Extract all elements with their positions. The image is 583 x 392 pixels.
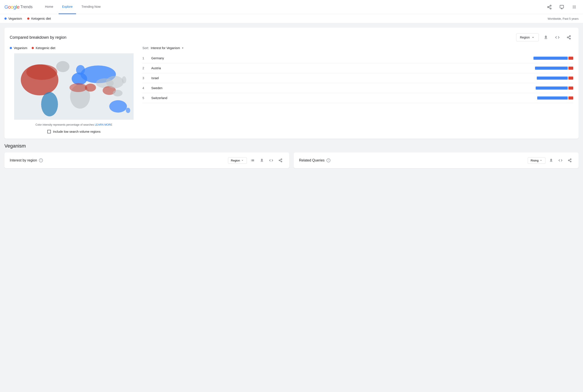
download-icon[interactable] bbox=[542, 33, 550, 42]
svg-line-40 bbox=[569, 160, 570, 160]
rank-row: 2 Austria bbox=[142, 63, 573, 73]
rank-country: Israel bbox=[151, 76, 537, 80]
svg-point-32 bbox=[279, 160, 280, 161]
rank-bar-blue bbox=[537, 76, 568, 80]
region-dropdown[interactable]: Region bbox=[516, 34, 539, 41]
map-legend-label2: Ketogenic diet bbox=[35, 46, 55, 50]
world-map bbox=[14, 53, 134, 120]
rank-bar-blue bbox=[537, 96, 568, 100]
svg-point-23 bbox=[85, 84, 96, 92]
related-queries-card: Related Queries ? Rising bbox=[294, 152, 579, 168]
svg-line-3 bbox=[549, 7, 550, 8]
rank-bar-red bbox=[569, 96, 573, 100]
svg-point-27 bbox=[106, 76, 124, 88]
related-title-row: Related Queries ? bbox=[299, 158, 330, 162]
sub-header: Veganism Ketogenic diet Worldwide, Past … bbox=[0, 14, 583, 23]
map-legend-label1: Veganism bbox=[14, 46, 27, 50]
rank-row: 4 Sweden bbox=[142, 83, 573, 93]
interest-card-controls: Region bbox=[228, 157, 284, 164]
bottom-cards: Interest by region ? Region bbox=[4, 152, 579, 168]
svg-point-31 bbox=[281, 159, 282, 160]
svg-point-1 bbox=[548, 6, 549, 8]
svg-line-4 bbox=[549, 6, 550, 7]
term1-badge: Veganism bbox=[4, 17, 22, 20]
share-card-icon[interactable] bbox=[565, 33, 573, 42]
related-info-icon[interactable]: ? bbox=[326, 158, 330, 162]
interest-region-dropdown[interactable]: Region bbox=[228, 157, 247, 164]
apps-icon[interactable] bbox=[570, 3, 579, 12]
svg-point-20 bbox=[76, 65, 85, 75]
rank-row: 1 Germany bbox=[142, 53, 573, 63]
term2-label: Ketogenic diet bbox=[31, 17, 51, 20]
rank-bars bbox=[537, 96, 573, 100]
rank-bar-blue bbox=[536, 86, 568, 90]
svg-point-22 bbox=[69, 83, 87, 92]
location-time: Worldwide, Past 5 years bbox=[548, 17, 579, 20]
related-rising-dropdown[interactable]: Rising bbox=[528, 157, 546, 164]
nav-home[interactable]: Home bbox=[41, 0, 57, 14]
rank-bar-red bbox=[569, 86, 573, 90]
low-volume-row: Include low search volume regions bbox=[47, 130, 101, 134]
rank-country: Sweden bbox=[151, 86, 536, 90]
interest-embed-icon[interactable] bbox=[268, 157, 275, 164]
rank-number: 5 bbox=[142, 96, 151, 100]
header: Google Trends Home Explore Trending Now bbox=[0, 0, 583, 14]
rank-country: Switzerland bbox=[151, 96, 537, 100]
map-note: Color intensity represents percentage of… bbox=[35, 123, 112, 126]
interest-title: Interest by region bbox=[10, 158, 37, 162]
low-volume-checkbox[interactable] bbox=[47, 130, 51, 134]
svg-point-29 bbox=[126, 108, 130, 113]
map-legend-term2: Ketogenic diet bbox=[32, 46, 55, 50]
related-embed-icon[interactable] bbox=[557, 157, 564, 164]
main-nav: Home Explore Trending Now bbox=[41, 0, 545, 14]
main-content: Compared breakdown by region Region bbox=[0, 23, 583, 173]
share-icon[interactable] bbox=[545, 3, 554, 12]
svg-point-28 bbox=[109, 100, 127, 112]
map-legend-dot2 bbox=[32, 47, 34, 49]
veganism-section-title: Veganism bbox=[4, 143, 579, 149]
interest-card-header: Interest by region ? Region bbox=[10, 157, 284, 164]
svg-line-39 bbox=[569, 160, 570, 161]
google-logo: Google bbox=[4, 4, 19, 10]
interest-download-icon[interactable] bbox=[258, 157, 265, 164]
rank-country: Austria bbox=[151, 66, 535, 70]
breakdown-title: Compared breakdown by region bbox=[10, 35, 66, 40]
sort-label: Sort: bbox=[142, 46, 149, 50]
rank-bars bbox=[536, 86, 573, 90]
related-download-icon[interactable] bbox=[548, 157, 555, 164]
related-rising-label: Rising bbox=[531, 159, 539, 162]
svg-line-35 bbox=[280, 160, 281, 160]
rank-number: 1 bbox=[142, 56, 151, 60]
rank-bar-red bbox=[569, 57, 573, 60]
svg-line-12 bbox=[568, 36, 570, 37]
interest-info-icon[interactable]: ? bbox=[39, 158, 43, 162]
related-share-icon[interactable] bbox=[566, 157, 573, 164]
interest-share-icon[interactable] bbox=[277, 157, 284, 164]
map-legend: Veganism Ketogenic diet bbox=[10, 46, 55, 50]
learn-more-link[interactable]: LEARN MORE bbox=[95, 123, 112, 126]
nav-trending-now[interactable]: Trending Now bbox=[78, 0, 104, 14]
low-volume-label: Include low search volume regions bbox=[53, 130, 101, 134]
interest-list-icon[interactable] bbox=[249, 157, 256, 164]
rank-row: 3 Israel bbox=[142, 73, 573, 83]
sort-dropdown[interactable]: Interest for Veganism bbox=[151, 46, 184, 50]
breakdown-card: Compared breakdown by region Region bbox=[4, 28, 579, 139]
map-container: Veganism Ketogenic diet bbox=[10, 46, 138, 134]
embed-icon[interactable] bbox=[553, 33, 562, 42]
map-legend-dot1 bbox=[10, 47, 12, 49]
rank-bar-blue bbox=[535, 66, 568, 70]
region-label: Region bbox=[520, 36, 530, 39]
nav-explore[interactable]: Explore bbox=[59, 0, 76, 14]
svg-point-33 bbox=[281, 161, 282, 162]
map-legend-term1: Veganism bbox=[10, 46, 27, 50]
map-note-text: Color intensity represents percentage of… bbox=[35, 123, 95, 126]
rank-bars bbox=[537, 76, 573, 80]
rank-bar-red bbox=[569, 76, 573, 80]
related-title: Related Queries bbox=[299, 158, 325, 162]
map-section: Veganism Ketogenic diet bbox=[10, 46, 573, 134]
feedback-icon[interactable] bbox=[557, 3, 566, 12]
related-card-controls: Rising bbox=[528, 157, 573, 164]
svg-point-36 bbox=[570, 159, 571, 160]
term-badges: Veganism Ketogenic diet bbox=[4, 17, 51, 20]
rank-bars bbox=[535, 66, 573, 70]
